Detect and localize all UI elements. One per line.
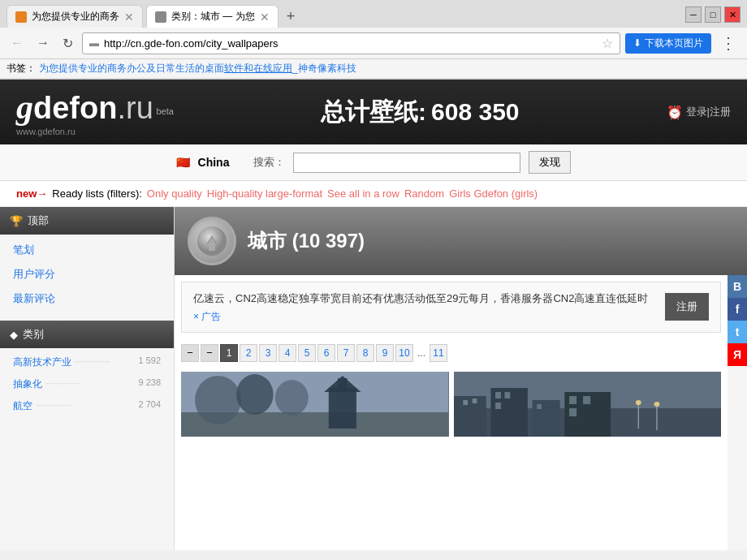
sidebar-item-ranking[interactable]: 笔划 — [0, 238, 174, 262]
logo-ru: .ru — [117, 91, 153, 125]
download-label: 下载本页图片 — [645, 37, 703, 50]
image-thumb-2[interactable] — [454, 372, 722, 437]
browser-chrome: 为您提供专业的商务 ✕ 类别：城市 — 为您 ✕ + ─ □ ✕ ← → ↻ ▬… — [0, 0, 747, 80]
bookmark-star-icon[interactable]: ☆ — [602, 36, 613, 51]
page-prev-button[interactable]: − — [181, 344, 199, 362]
image-thumb-1[interactable] — [181, 372, 449, 437]
category-icon-sidebar: ◆ — [10, 329, 18, 341]
page-6[interactable]: 6 — [317, 344, 335, 362]
list-item[interactable]: 航空 ············· 2 704 — [0, 395, 174, 417]
ad-text: 亿速云，CN2高速稳定独享带宽目前还有优惠活动低至29元每月，香港服务器CN2高… — [193, 291, 655, 307]
page-7[interactable]: 7 — [337, 344, 355, 362]
sidebar-cat-section: ◆ 类别 高新技术产业 ············· 1 592 抽象化 ····… — [0, 321, 174, 420]
page-5[interactable]: 5 — [298, 344, 316, 362]
minimize-button[interactable]: ─ — [685, 6, 702, 23]
svg-point-4 — [195, 376, 241, 424]
svg-rect-12 — [454, 396, 486, 437]
filter-random[interactable]: Random — [404, 187, 444, 200]
page-10[interactable]: 10 — [395, 344, 413, 362]
search-button[interactable]: 发现 — [529, 151, 571, 174]
sidebar-item-latest-comments[interactable]: 最新评论 — [0, 286, 174, 311]
list-item[interactable]: 高新技术产业 ············· 1 592 — [0, 351, 174, 373]
ad-register-button[interactable]: 注册 — [665, 293, 709, 321]
vk-icon: В — [733, 280, 741, 293]
svg-rect-18 — [495, 403, 501, 409]
address-bar: ▬ ☆ — [82, 32, 620, 54]
ad-banner: 亿速云，CN2高速稳定独享带宽目前还有优惠活动低至29元每月，香港服务器CN2高… — [181, 282, 721, 333]
cat-count-0: 1 592 — [138, 355, 161, 369]
login-area[interactable]: ⏰ 登录|注册 — [667, 105, 731, 120]
yandex-icon: Я — [733, 348, 741, 361]
svg-point-28 — [654, 402, 659, 407]
tab-label-1: 为您提供专业的商务 — [32, 10, 119, 24]
filter-only-quality[interactable]: Only quality — [147, 187, 202, 200]
search-input[interactable] — [293, 153, 520, 173]
tab-2[interactable]: 类别：城市 — 为您 ✕ — [146, 5, 279, 28]
svg-rect-14 — [472, 398, 477, 403]
login-text: 登录|注册 — [686, 105, 731, 119]
page-4[interactable]: 4 — [279, 344, 296, 362]
bookmarks-prefix: 书签： — [6, 62, 36, 75]
logo-beta: beta — [156, 106, 173, 116]
page-content: gdefon.ru beta www.gdefon.ru 总计壁纸: 608 3… — [0, 80, 747, 550]
tab-favicon-2 — [155, 11, 166, 23]
twitter-icon: t — [736, 325, 740, 338]
page-9[interactable]: 9 — [376, 344, 394, 362]
dots-1: ············· — [45, 377, 135, 391]
country-flag-icon: 🇨🇳 — [176, 156, 190, 169]
cat-name-1[interactable]: 抽象化 — [13, 377, 42, 391]
address-input[interactable] — [104, 37, 597, 50]
logo-area: gdefon.ru beta www.gdefon.ru — [16, 88, 174, 136]
filter-high-quality[interactable]: High-quality large-format — [207, 187, 322, 200]
svg-rect-13 — [463, 400, 468, 405]
filter-girls[interactable]: Girls Gdefon (girls) — [449, 187, 538, 200]
social-twitter-button[interactable]: t — [728, 321, 747, 343]
browser-menu-button[interactable]: ⋮ — [716, 32, 741, 54]
wallpaper-count: 总计壁纸: 608 350 — [190, 96, 650, 129]
title-bar: 为您提供专业的商务 ✕ 类别：城市 — 为您 ✕ + ─ □ ✕ — [0, 0, 747, 28]
page-2[interactable]: 2 — [240, 344, 257, 362]
bookmark-text: 为您提供专业的商务办公及日常生活的桌面软件和在线应用_神奇像素科技 — [39, 62, 356, 74]
social-vk-button[interactable]: В — [728, 275, 747, 298]
wallpaper-label: 总计壁纸: — [321, 98, 426, 125]
svg-rect-22 — [569, 396, 576, 404]
site-header: gdefon.ru beta www.gdefon.ru 总计壁纸: 608 3… — [0, 80, 747, 144]
sidebar: 🏆 顶部 笔划 用户评分 最新评论 ◆ 类别 高新技术产业 ······ — [0, 207, 175, 550]
svg-rect-1 — [209, 244, 215, 251]
page-3[interactable]: 3 — [259, 344, 277, 362]
page-8[interactable]: 8 — [356, 344, 374, 362]
wallpaper-number: 608 350 — [431, 98, 519, 125]
new-tab-button[interactable]: + — [282, 8, 300, 25]
list-item[interactable]: 抽象化 ············· 9 238 — [0, 373, 174, 395]
download-button[interactable]: ⬇ 下载本页图片 — [625, 33, 711, 54]
cat-name-0[interactable]: 高新技术产业 — [13, 355, 71, 369]
tab-close-1[interactable]: ✕ — [124, 11, 134, 24]
category-icon-main — [188, 217, 236, 265]
page-prev2-button[interactable]: − — [201, 344, 218, 362]
forward-button[interactable]: → — [32, 34, 54, 52]
page-1[interactable]: 1 — [220, 344, 238, 362]
filter-see-all[interactable]: See all in a row — [327, 187, 399, 200]
dots-0: ············· — [75, 355, 135, 369]
social-yandex-button[interactable]: Я — [728, 343, 747, 366]
svg-rect-20 — [537, 404, 542, 409]
logo-g: g — [16, 88, 33, 126]
dots-2: ············· — [36, 399, 135, 413]
header-right: ⏰ 登录|注册 — [667, 105, 731, 120]
ad-close[interactable]: × 广告 — [193, 310, 655, 324]
reload-button[interactable]: ↻ — [58, 34, 77, 53]
tab-close-2[interactable]: ✕ — [260, 11, 270, 24]
svg-rect-19 — [532, 400, 559, 437]
page-11[interactable]: 11 — [430, 344, 447, 362]
bookmark-link[interactable]: 为您提供专业的商务办公及日常生活的桌面软件和在线应用_神奇像素科技 — [39, 62, 356, 75]
cat-name-2[interactable]: 航空 — [13, 399, 32, 413]
tab-1[interactable]: 为您提供专业的商务 ✕ — [6, 5, 143, 28]
svg-rect-9 — [338, 378, 347, 390]
social-facebook-button[interactable]: f — [728, 298, 747, 321]
back-button[interactable]: ← — [6, 34, 28, 52]
sidebar-item-user-rating[interactable]: 用户评分 — [0, 262, 174, 286]
sidebar-top-section: 🏆 顶部 笔划 用户评分 最新评论 — [0, 207, 174, 314]
maximize-button[interactable]: □ — [705, 6, 721, 23]
close-button[interactable]: ✕ — [724, 6, 741, 23]
svg-rect-23 — [583, 396, 590, 404]
